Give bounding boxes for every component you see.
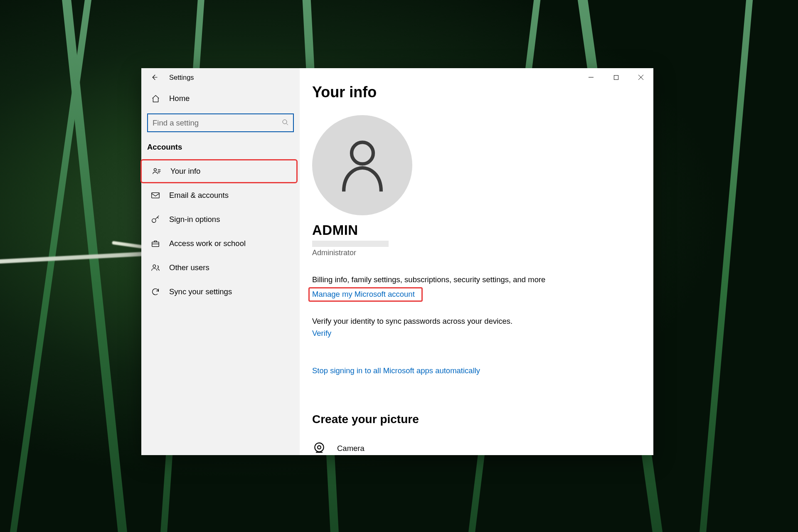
verify-text: Verify your identity to sync passwords a… (312, 317, 653, 326)
people-icon (151, 263, 160, 272)
close-button[interactable] (628, 68, 653, 86)
maximize-button[interactable] (603, 68, 628, 86)
nav-work-label: Access work or school (169, 239, 246, 248)
verify-link[interactable]: Verify (312, 329, 331, 338)
redacted-email (312, 241, 389, 247)
svg-rect-4 (152, 242, 159, 246)
nav-work-school[interactable]: Access work or school (141, 232, 300, 256)
nav-home-label: Home (169, 94, 190, 103)
user-name: ADMIN (312, 222, 653, 238)
nav-signin-label: Sign-in options (169, 215, 220, 224)
sidebar-section-title: Accounts (141, 137, 300, 159)
mail-icon (151, 191, 160, 200)
search-icon (282, 118, 289, 128)
nav-your-info[interactable]: Your info (140, 159, 298, 183)
titlebar: Settings (141, 68, 300, 86)
nav-sync-label: Sync your settings (169, 287, 232, 296)
settings-window: Settings Home Accounts Your info E (141, 68, 653, 455)
avatar (312, 115, 412, 215)
nav-email-label: Email & accounts (169, 191, 229, 200)
search-input[interactable] (147, 113, 294, 132)
camera-icon (312, 442, 326, 455)
svg-rect-2 (152, 193, 159, 198)
window-controls (579, 68, 653, 86)
sidebar: Settings Home Accounts Your info E (141, 68, 300, 455)
svg-point-7 (315, 443, 323, 452)
camera-label: Camera (337, 444, 365, 453)
nav-email-accounts[interactable]: Email & accounts (141, 183, 300, 207)
stop-signin-link[interactable]: Stop signing in to all Microsoft apps au… (312, 366, 480, 375)
svg-point-0 (283, 120, 287, 124)
camera-option[interactable]: Camera (312, 438, 653, 455)
key-icon (151, 215, 160, 224)
briefcase-icon (151, 239, 160, 248)
minimize-button[interactable] (579, 68, 603, 86)
home-icon (151, 94, 160, 103)
svg-point-3 (152, 219, 156, 222)
search-container (141, 111, 300, 137)
svg-point-1 (154, 168, 156, 171)
app-title: Settings (169, 74, 194, 81)
picture-heading: Create your picture (312, 413, 653, 426)
sync-icon (151, 287, 160, 296)
svg-point-5 (153, 265, 155, 267)
main-content: Your info ADMIN Administrator Billing in… (300, 68, 653, 455)
nav-sync-settings[interactable]: Sync your settings (141, 280, 300, 304)
nav-other-users-label: Other users (169, 263, 209, 272)
user-role: Administrator (312, 249, 653, 257)
nav-your-info-label: Your info (170, 167, 200, 176)
manage-account-link[interactable]: Manage my Microsoft account (308, 287, 423, 302)
nav-signin-options[interactable]: Sign-in options (141, 207, 300, 232)
person-card-icon (152, 167, 161, 176)
billing-text: Billing info, family settings, subscript… (312, 275, 653, 284)
svg-rect-10 (614, 75, 618, 79)
svg-point-8 (318, 446, 321, 449)
nav-other-users[interactable]: Other users (141, 256, 300, 280)
svg-point-6 (352, 142, 373, 164)
back-button[interactable] (145, 68, 163, 86)
nav-home[interactable]: Home (141, 86, 300, 111)
